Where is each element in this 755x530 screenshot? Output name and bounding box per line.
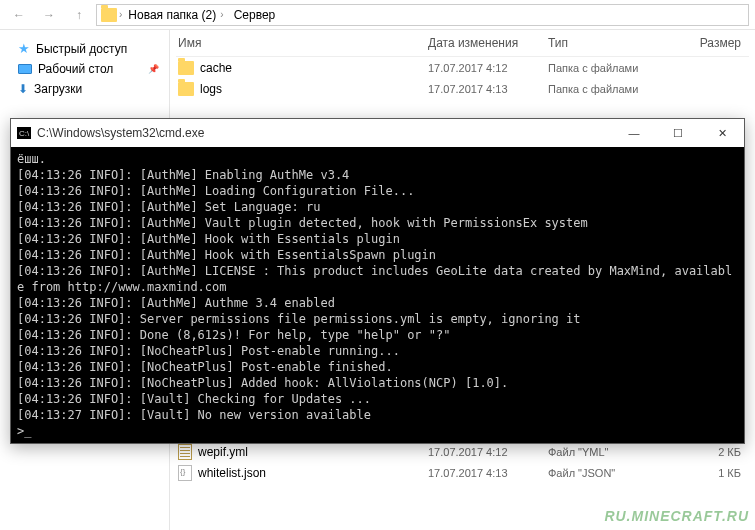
sidebar-item-label: Рабочий стол <box>38 62 113 76</box>
breadcrumb[interactable]: Новая папка (2)› <box>124 8 227 22</box>
pin-icon: 📌 <box>148 64 159 74</box>
file-date: 17.07.2017 4:13 <box>428 467 548 479</box>
file-size: 1 КБ <box>663 467 747 479</box>
chevron-icon: › <box>119 9 122 20</box>
file-row[interactable]: logs17.07.2017 4:13Папка с файлами <box>176 78 749 99</box>
file-name: logs <box>200 82 222 96</box>
file-name: cache <box>200 61 232 75</box>
col-name[interactable]: Имя <box>178 36 428 50</box>
file-type: Файл "JSON" <box>548 467 663 479</box>
file-icon <box>178 444 192 460</box>
file-name: wepif.yml <box>198 445 248 459</box>
nav-up-button[interactable]: ↑ <box>66 2 92 28</box>
cmd-icon: C:\ <box>17 127 31 139</box>
file-date: 17.07.2017 4:12 <box>428 62 548 74</box>
col-date[interactable]: Дата изменения <box>428 36 548 50</box>
desktop-icon <box>18 64 32 74</box>
file-type: Папка с файлами <box>548 83 663 95</box>
file-name: whitelist.json <box>198 466 266 480</box>
sidebar-item-desktop[interactable]: Рабочий стол 📌 <box>0 59 169 79</box>
file-row[interactable]: wepif.yml17.07.2017 4:12Файл "YML"2 КБ <box>176 441 749 462</box>
col-type[interactable]: Тип <box>548 36 663 50</box>
breadcrumb[interactable]: Сервер <box>230 8 280 22</box>
sidebar-item-label: Загрузки <box>34 82 82 96</box>
star-icon: ★ <box>18 41 30 56</box>
sidebar-item-quick-access[interactable]: ★ Быстрый доступ <box>0 38 169 59</box>
file-size: 2 КБ <box>663 446 747 458</box>
nav-forward-button[interactable]: → <box>36 2 62 28</box>
file-date: 17.07.2017 4:13 <box>428 83 548 95</box>
download-icon: ⬇ <box>18 82 28 96</box>
file-type: Файл "YML" <box>548 446 663 458</box>
watermark: RU.MINECRAFT.RU <box>604 508 749 524</box>
maximize-button[interactable]: ☐ <box>656 119 700 147</box>
cmd-titlebar[interactable]: C:\ C:\Windows\system32\cmd.exe — ☐ ✕ <box>11 119 744 147</box>
file-row[interactable]: cache17.07.2017 4:12Папка с файлами <box>176 57 749 78</box>
minimize-button[interactable]: — <box>612 119 656 147</box>
cmd-window: C:\ C:\Windows\system32\cmd.exe — ☐ ✕ ёш… <box>10 118 745 444</box>
explorer-toolbar: ← → ↑ › Новая папка (2)› Сервер <box>0 0 755 30</box>
nav-back-button[interactable]: ← <box>6 2 32 28</box>
column-headers[interactable]: Имя Дата изменения Тип Размер <box>176 30 749 57</box>
sidebar-item-downloads[interactable]: ⬇ Загрузки <box>0 79 169 99</box>
cmd-title-text: C:\Windows\system32\cmd.exe <box>37 126 612 140</box>
file-type: Папка с файлами <box>548 62 663 74</box>
cmd-output[interactable]: ёшш. [04:13:26 INFO]: [AuthMe] Enabling … <box>11 147 744 443</box>
file-row[interactable]: whitelist.json17.07.2017 4:13Файл "JSON"… <box>176 462 749 483</box>
folder-icon <box>178 82 194 96</box>
close-button[interactable]: ✕ <box>700 119 744 147</box>
sidebar-item-label: Быстрый доступ <box>36 42 127 56</box>
file-date: 17.07.2017 4:12 <box>428 446 548 458</box>
address-bar[interactable]: › Новая папка (2)› Сервер <box>96 4 749 26</box>
file-icon <box>178 465 192 481</box>
folder-icon <box>178 61 194 75</box>
folder-icon <box>101 8 117 22</box>
col-size[interactable]: Размер <box>663 36 747 50</box>
